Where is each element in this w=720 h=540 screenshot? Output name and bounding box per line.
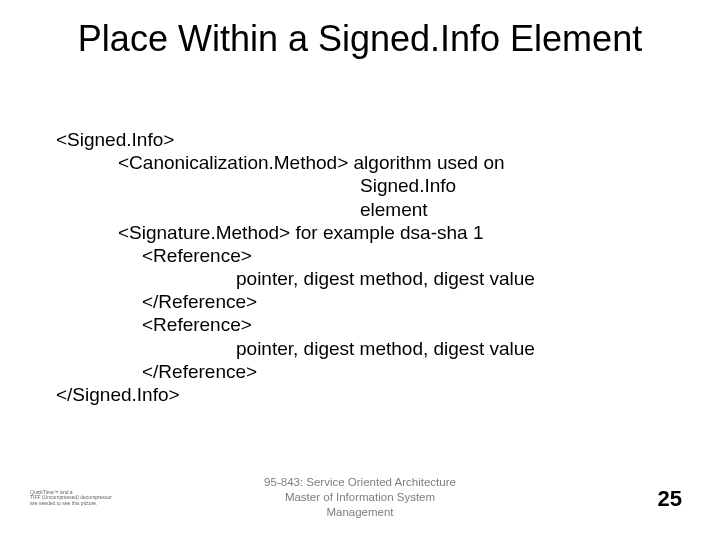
footer-course: 95-843: Service Oriented Architecture bbox=[0, 475, 720, 490]
slide-title: Place Within a Signed.Info Element bbox=[0, 0, 720, 59]
code-line: <Signed.Info> bbox=[56, 128, 676, 151]
code-line: </Reference> bbox=[56, 360, 676, 383]
code-line: <Reference> bbox=[56, 313, 676, 336]
code-line: </Signed.Info> bbox=[56, 383, 676, 406]
code-line: pointer, digest method, digest value bbox=[56, 337, 676, 360]
code-line: pointer, digest method, digest value bbox=[56, 267, 676, 290]
footer-dept: Management bbox=[0, 505, 720, 520]
page-number: 25 bbox=[658, 486, 682, 512]
code-line: element bbox=[56, 198, 676, 221]
slide-body: <Signed.Info> <Canonicalization.Method> … bbox=[56, 128, 676, 406]
code-line: <Reference> bbox=[56, 244, 676, 267]
footer-dept: Master of Information System bbox=[0, 490, 720, 505]
footer-text: 95-843: Service Oriented Architecture Ma… bbox=[0, 475, 720, 520]
code-line: <Canonicalization.Method> algorithm used… bbox=[56, 151, 676, 174]
code-line: </Reference> bbox=[56, 290, 676, 313]
code-line: Signed.Info bbox=[56, 174, 676, 197]
code-line: <Signature.Method> for example dsa-sha 1 bbox=[56, 221, 676, 244]
